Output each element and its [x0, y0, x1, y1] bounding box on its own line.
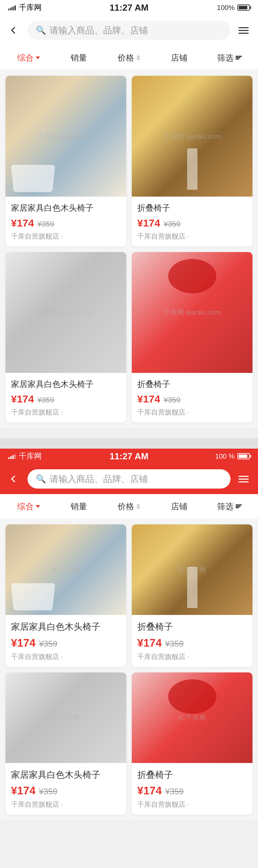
shop-arrow-icon-2-2: › — [187, 653, 189, 660]
product-card-1[interactable]: 千库网 qianku.com 家居家具白色木头椅子 ¥174 ¥359 千库自营… — [6, 76, 126, 247]
product-info-3: 家居家具白色木头椅子 ¥174 ¥359 千库自营旗舰店 › — [6, 373, 126, 423]
shop-arrow-icon-2: › — [187, 233, 189, 240]
price-current-1: ¥174 — [11, 217, 34, 229]
product-card-2-3[interactable]: IC千库网 家居家具白色木头椅子 ¥174 ¥359 千库自营旗舰店 › — [6, 672, 126, 815]
filter-item-sales-2[interactable]: 销量 — [54, 494, 104, 519]
price-current-2-2: ¥174 — [137, 637, 162, 649]
product-image-2-3: IC千库网 — [6, 672, 126, 763]
search-bar-2[interactable]: 🔍 请输入商品、品牌、店铺 — [28, 469, 230, 489]
watermark-4: 千库网 qianku.com — [163, 308, 221, 317]
price-row-1: ¥174 ¥359 — [11, 217, 121, 229]
filter-item-comprehensive[interactable]: 综合 — [3, 45, 54, 70]
filter-price-label: 价格 — [118, 52, 134, 63]
signal-icon — [8, 5, 16, 10]
filter-price-label-2: 价格 — [118, 501, 134, 512]
filter-shop-label-2: 店铺 — [171, 501, 187, 512]
caret-down-icon — [136, 58, 140, 61]
search-bar[interactable]: 🔍 请输入商品、品牌、店铺 — [28, 21, 230, 40]
shop-arrow-icon-3: › — [61, 409, 63, 416]
navbar-1: 🔍 请输入商品、品牌、店铺 — [0, 15, 258, 45]
product-card-2-2[interactable]: IC千库网 折叠椅子 ¥174 ¥359 千库自营旗舰店 › — [132, 524, 252, 667]
menu-button[interactable] — [236, 23, 251, 38]
product-card-2[interactable]: 千库网 qianku.com 折叠椅子 ¥174 ¥359 千库自营旗舰店 › — [132, 76, 252, 247]
price-row-2-4: ¥174 ¥359 — [137, 784, 247, 797]
product-grid-1: 千库网 qianku.com 家居家具白色木头椅子 ¥174 ¥359 千库自营… — [0, 70, 258, 428]
product-card-3[interactable]: 千库网 qianku.com 家居家具白色木头椅子 ¥174 ¥359 千库自营… — [6, 252, 126, 423]
status-bar-2: 千库网 11:27 AM 100 % — [0, 449, 258, 464]
filter-item-price-2[interactable]: 价格 — [104, 494, 154, 519]
product-name-2-2: 折叠椅子 — [137, 620, 247, 633]
product-image-2-4: IC千库网 — [132, 672, 252, 763]
signal-area: 千库网 — [8, 2, 42, 13]
menu-line-3 — [238, 33, 249, 34]
watermark-2-2: IC千库网 — [179, 565, 206, 574]
product-name-2: 折叠椅子 — [137, 202, 247, 214]
filter-item-comprehensive-2[interactable]: 综合 — [3, 494, 54, 519]
menu-line-1 — [238, 27, 249, 28]
section-divider — [0, 438, 258, 449]
price-original-3: ¥359 — [37, 396, 54, 405]
filter-sales-label: 销量 — [71, 52, 87, 63]
filter-lines-icon — [236, 56, 242, 60]
product-card-4[interactable]: 千库网 qianku.com 折叠椅子 ¥174 ¥359 千库自营旗舰店 › — [132, 252, 252, 423]
shop-name-4[interactable]: 千库自营旗舰店 › — [137, 408, 247, 417]
menu-line-2-2 — [238, 479, 249, 480]
back-button-2[interactable] — [7, 471, 22, 487]
filter-item-shop-2[interactable]: 店铺 — [154, 494, 204, 519]
search-icon: 🔍 — [36, 25, 46, 35]
shop-arrow-icon-4: › — [187, 409, 189, 416]
product-info-2-4: 折叠椅子 ¥174 ¥359 千库自营旗舰店 › — [132, 763, 252, 815]
product-info-2-1: 家居家具白色木头椅子 ¥174 ¥359 千库自营旗舰店 › — [6, 615, 126, 667]
price-original-2-1: ¥359 — [39, 639, 57, 649]
shop-arrow-icon-2-3: › — [61, 801, 63, 808]
shop-label-1: 千库自营旗舰店 — [11, 232, 59, 241]
product-name-4: 折叠椅子 — [137, 378, 247, 390]
product-card-2-4[interactable]: IC千库网 折叠椅子 ¥174 ¥359 千库自营旗舰店 › — [132, 672, 252, 815]
price-original-2-4: ¥359 — [165, 787, 183, 796]
shop-label-2-3: 千库自营旗舰店 — [11, 800, 59, 809]
menu-button-2[interactable] — [236, 471, 251, 487]
menu-line-2 — [238, 30, 249, 31]
shop-label-3: 千库自营旗舰店 — [11, 408, 59, 417]
product-name-1: 家居家具白色木头椅子 — [11, 202, 121, 214]
filter-item-filter[interactable]: 筛选 — [204, 45, 255, 70]
filter-line-2-2 — [236, 506, 240, 507]
product-info-1: 家居家具白色木头椅子 ¥174 ¥359 千库自营旗舰店 › — [6, 197, 126, 247]
filter-comprehensive-label-2: 综合 — [17, 501, 34, 512]
back-button[interactable] — [7, 23, 22, 38]
filter-item-sales[interactable]: 销量 — [54, 45, 104, 70]
shop-name-2[interactable]: 千库自营旗舰店 › — [137, 232, 247, 241]
price-current-4: ¥174 — [137, 393, 160, 405]
caret-up-icon-2 — [136, 503, 140, 506]
filter-lines-icon-2 — [236, 504, 242, 508]
filter-comprehensive-label: 综合 — [17, 52, 34, 63]
screen-1: 千库网 11:27 AM 100% 🔍 请输入商品、品牌、店铺 综合 — [0, 0, 258, 428]
shop-arrow-icon-2-1: › — [61, 653, 63, 660]
watermark-2-3: IC千库网 — [52, 713, 80, 722]
product-card-2-1[interactable]: IC千库网 家居家具白色木头椅子 ¥174 ¥359 千库自营旗舰店 › — [6, 524, 126, 667]
shop-name-3[interactable]: 千库自营旗舰店 › — [11, 408, 121, 417]
back-arrow-icon — [11, 27, 18, 34]
shop-name-2-2[interactable]: 千库自营旗舰店 › — [137, 652, 247, 661]
product-image-4: 千库网 qianku.com — [132, 252, 252, 373]
shop-label-2-4: 千库自营旗舰店 — [137, 800, 185, 809]
price-current-2: ¥174 — [137, 217, 160, 229]
battery-fill-2 — [239, 454, 247, 458]
shop-name-1[interactable]: 千库自营旗舰店 › — [11, 232, 121, 241]
status-time-2: 11:27 AM — [109, 451, 148, 462]
shop-name-2-3[interactable]: 千库自营旗舰店 › — [11, 800, 121, 809]
filter-item-shop[interactable]: 店铺 — [154, 45, 204, 70]
price-original-2: ¥359 — [164, 220, 181, 229]
filter-item-price[interactable]: 价格 — [104, 45, 154, 70]
navbar-2: 🔍 请输入商品、品牌、店铺 — [0, 464, 258, 494]
price-row-2-1: ¥174 ¥359 — [11, 637, 121, 649]
shop-arrow-icon-2-4: › — [187, 801, 189, 808]
price-row-2-2: ¥174 ¥359 — [137, 637, 247, 649]
shop-label-2-2: 千库自营旗舰店 — [137, 652, 185, 661]
shop-name-2-1[interactable]: 千库自营旗舰店 › — [11, 652, 121, 661]
price-original-2-3: ¥359 — [39, 787, 57, 796]
filter-item-filter-2[interactable]: 筛选 — [204, 494, 255, 519]
shop-name-2-4[interactable]: 千库自营旗舰店 › — [137, 800, 247, 809]
screen-2: 千库网 11:27 AM 100 % 🔍 请输入商品、品牌、店铺 综合 — [0, 449, 258, 820]
filter-sales-label-2: 销量 — [71, 501, 87, 512]
